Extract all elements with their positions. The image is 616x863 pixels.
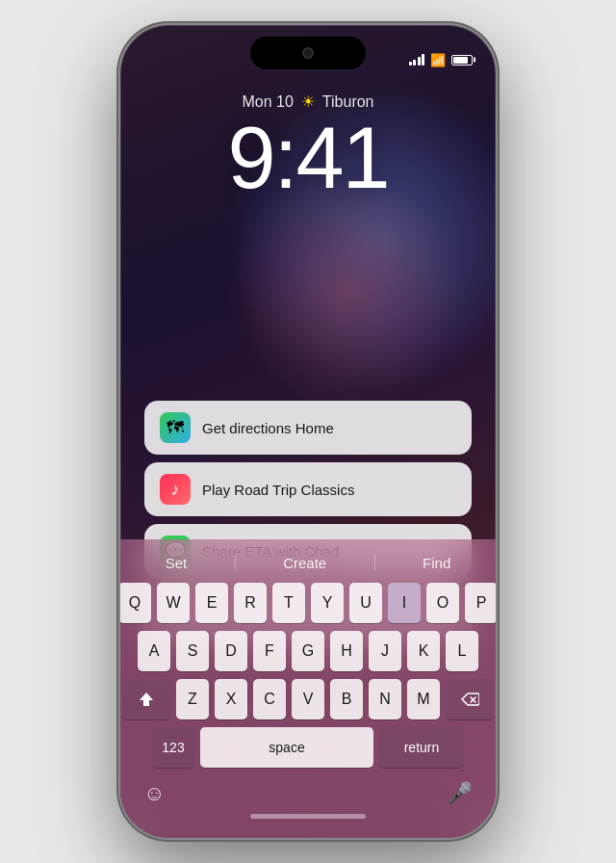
keyboard-bottom-bar: ☺ 🎤 — [120, 773, 496, 810]
lock-screen-content: Mon 10 ☀ Tiburon 9:41 — [120, 83, 496, 221]
date-text: Mon 10 — [242, 93, 293, 111]
key-o[interactable]: O — [426, 583, 459, 623]
key-z[interactable]: Z — [176, 679, 209, 719]
status-icons: 📶 — [409, 53, 474, 67]
numbers-key[interactable]: 123 — [152, 727, 194, 768]
key-row-4: 123 space return — [124, 727, 492, 768]
key-p[interactable]: P — [465, 583, 496, 623]
key-j[interactable]: J — [369, 631, 401, 671]
key-m[interactable]: M — [407, 679, 440, 719]
suggestion-music[interactable]: ♪ Play Road Trip Classics — [144, 462, 472, 516]
key-d[interactable]: D — [215, 631, 247, 671]
key-t[interactable]: T — [272, 583, 305, 623]
key-v[interactable]: V — [292, 679, 324, 719]
delete-key[interactable] — [446, 679, 494, 719]
quicktype-set[interactable]: Set — [154, 551, 199, 575]
wifi-icon: 📶 — [430, 53, 446, 67]
music-text: Play Road Trip Classics — [202, 482, 354, 498]
key-k[interactable]: K — [407, 631, 440, 671]
shift-key[interactable] — [122, 679, 170, 719]
sun-icon: ☀ — [301, 92, 315, 111]
directions-icon: 🗺 — [160, 412, 191, 443]
signal-icon — [409, 54, 425, 65]
key-e[interactable]: E — [195, 583, 228, 623]
key-s[interactable]: S — [176, 631, 209, 671]
date-weather-row: Mon 10 ☀ Tiburon — [242, 92, 373, 111]
key-q[interactable]: Q — [120, 583, 151, 623]
notch-camera — [302, 47, 314, 59]
directions-text: Get directions Home — [202, 420, 334, 436]
key-n[interactable]: N — [369, 679, 401, 719]
key-row-1: Q W E R T Y U I O P — [124, 583, 492, 623]
key-h[interactable]: H — [330, 631, 363, 671]
quicktype-create[interactable]: Create — [271, 551, 338, 575]
suggestion-directions[interactable]: 🗺 Get directions Home — [144, 401, 472, 455]
emoji-keyboard-icon[interactable]: ☺ — [143, 781, 165, 806]
key-x[interactable]: X — [215, 679, 247, 719]
music-icon: ♪ — [160, 474, 191, 505]
key-r[interactable]: R — [234, 583, 267, 623]
key-i[interactable]: I — [388, 583, 421, 623]
key-g[interactable]: G — [292, 631, 324, 671]
key-b[interactable]: B — [330, 679, 363, 719]
quicktype-find[interactable]: Find — [411, 551, 462, 575]
microphone-icon[interactable]: 🎤 — [447, 781, 473, 806]
key-row-3: Z X C V B N M — [124, 679, 492, 719]
key-a[interactable]: A — [138, 631, 170, 671]
clock-display: 9:41 — [227, 115, 388, 201]
key-y[interactable]: Y — [311, 583, 344, 623]
space-key[interactable]: space — [200, 727, 373, 768]
keyboard-rows: Q W E R T Y U I O P A S D F G H J K — [120, 583, 496, 768]
key-f[interactable]: F — [253, 631, 286, 671]
key-row-2: A S D F G H J K L — [124, 631, 492, 671]
home-indicator — [250, 814, 366, 819]
return-key[interactable]: return — [379, 727, 464, 768]
key-w[interactable]: W — [157, 583, 190, 623]
battery-icon — [451, 55, 473, 65]
location-text: Tiburon — [322, 93, 374, 111]
phone-frame: 📶 Mon 10 ☀ Tiburon 9:41 🗺 Get directions… — [120, 25, 496, 838]
key-c[interactable]: C — [253, 679, 286, 719]
keyboard-area: Set Create Find Q W E R T Y U I O P — [120, 539, 496, 838]
quicktype-bar: Set Create Find — [120, 547, 496, 583]
key-u[interactable]: U — [349, 583, 382, 623]
notch — [250, 37, 366, 69]
key-l[interactable]: L — [446, 631, 478, 671]
